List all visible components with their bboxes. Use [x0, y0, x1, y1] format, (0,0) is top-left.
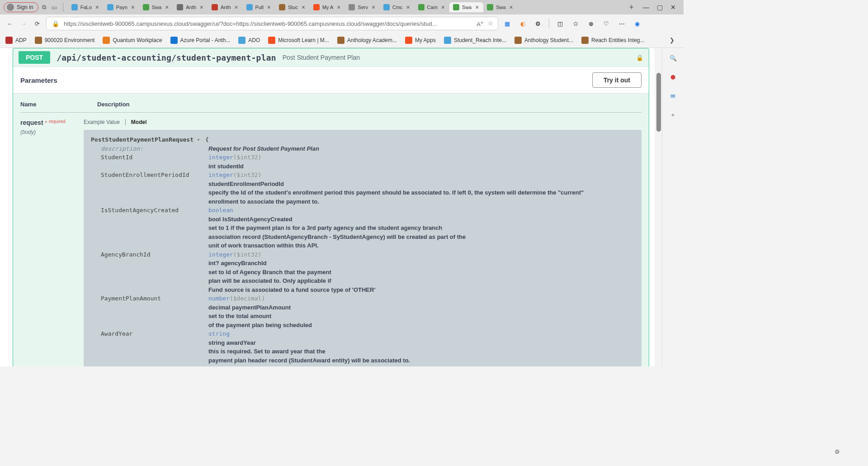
tab-example-value[interactable]: Example Value: [84, 119, 120, 125]
scrollbar-track[interactable]: [655, 48, 662, 366]
minimize-button[interactable]: —: [643, 4, 649, 10]
property-name: AgencyBranchId: [91, 250, 208, 295]
back-button[interactable]: ←: [5, 19, 14, 28]
bookmark-item[interactable]: Anthology Student...: [514, 37, 573, 44]
signin-button[interactable]: Sign in: [4, 2, 38, 12]
tab-favicon: [313, 4, 320, 10]
url-text: https://sisclientweb-900065.campusnexus.…: [64, 20, 473, 27]
browser-tab[interactable]: Anth ×: [208, 2, 243, 12]
bookmark-label: ADO: [248, 37, 260, 43]
tab-close-button[interactable]: ×: [130, 5, 136, 10]
tab-close-button[interactable]: ×: [94, 5, 100, 10]
browser-tab[interactable]: Anth ×: [173, 2, 208, 12]
property-name: FirstPaymentDate: [91, 365, 208, 366]
new-tab-button[interactable]: +: [625, 3, 637, 12]
bookmark-label: My Apps: [415, 37, 436, 43]
split-screen-icon[interactable]: ◫: [556, 19, 565, 28]
shopping-icon[interactable]: ⬢: [668, 71, 679, 82]
browser-tab[interactable]: My A ×: [310, 2, 345, 12]
operation-summary-text: Post Student Payment Plan: [283, 54, 360, 61]
tab-close-button[interactable]: ×: [474, 5, 480, 10]
bookmark-item[interactable]: ADO: [238, 37, 260, 44]
property-name: PaymentPlanAmount: [91, 294, 208, 329]
tab-label: Anth: [221, 5, 231, 10]
tab-close-button[interactable]: ×: [336, 5, 341, 10]
bookmark-favicon: [444, 37, 451, 44]
workspaces-icon[interactable]: ⧉: [40, 3, 48, 11]
bookmark-item[interactable]: My Apps: [405, 37, 436, 44]
ext-grid-icon[interactable]: ▦: [503, 19, 512, 28]
bookmark-favicon: [268, 37, 275, 44]
tab-favicon: [107, 4, 113, 10]
bookmark-item[interactable]: Student_Reach Inte...: [444, 37, 506, 44]
bookmarks-overflow-button[interactable]: ❯: [666, 37, 678, 43]
tab-close-button[interactable]: ×: [266, 5, 272, 10]
try-it-out-button[interactable]: Try it out: [592, 72, 642, 88]
tab-close-button[interactable]: ×: [509, 5, 514, 10]
search-icon[interactable]: 🔍: [668, 52, 679, 63]
tab-label: Swa: [462, 5, 472, 10]
address-input[interactable]: 🔒 https://sisclientweb-900065.campusnexu…: [46, 17, 498, 30]
maximize-button[interactable]: ▢: [656, 4, 663, 10]
tab-close-button[interactable]: ×: [301, 5, 306, 10]
favorite-icon[interactable]: ☆: [488, 20, 493, 27]
outlook-icon[interactable]: ✉: [668, 90, 679, 101]
tab-close-button[interactable]: ×: [234, 5, 239, 10]
add-tool-icon[interactable]: ＋: [668, 109, 679, 120]
browser-tab[interactable]: Cam ×: [415, 2, 449, 12]
tab-label: Serv: [358, 5, 368, 10]
close-window-button[interactable]: ✕: [670, 4, 676, 10]
divider: [549, 19, 549, 28]
tab-favicon: [177, 4, 183, 10]
performance-icon[interactable]: ♡: [602, 19, 611, 28]
bookmark-item[interactable]: Microsoft Learn | M...: [268, 37, 329, 44]
browser-tab[interactable]: Pull ×: [243, 2, 275, 12]
browser-tab[interactable]: Swa ×: [449, 2, 483, 12]
tab-model[interactable]: Model: [131, 119, 147, 125]
browser-tab[interactable]: Serv ×: [345, 2, 380, 12]
bookmark-item[interactable]: 900020 Environment: [35, 37, 95, 44]
property-name: IsStudentAgencyCreated: [91, 206, 208, 250]
bookmark-item[interactable]: Anthology Academ...: [337, 37, 397, 44]
model-tabs: Example Value Model: [84, 119, 642, 125]
property-format: ($date): [230, 366, 255, 366]
col-name-header: Name: [20, 101, 61, 108]
bookmark-item[interactable]: ADP: [5, 37, 27, 44]
property-type: integer: [208, 154, 233, 161]
favorites-icon[interactable]: ✩: [571, 19, 580, 28]
more-icon[interactable]: ⋯: [617, 19, 626, 28]
bookmark-item[interactable]: Reach Entities Integ...: [581, 37, 644, 44]
parameter-description-cell: Example Value Model PostStudentPaymentPl…: [84, 119, 642, 366]
tab-close-button[interactable]: ×: [199, 5, 204, 10]
collections-icon[interactable]: ⊕: [586, 19, 595, 28]
bookmark-item[interactable]: Azure Portal - Anth...: [170, 37, 231, 44]
browser-tab[interactable]: Swa ×: [139, 2, 173, 12]
browser-tab[interactable]: FaLo ×: [68, 2, 104, 12]
browser-tab[interactable]: Payn ×: [104, 2, 139, 12]
model-box: PostStudentPaymentPlanRequest ▾ { descri…: [84, 130, 642, 366]
refresh-button[interactable]: ⟳: [33, 19, 42, 28]
auth-lock-icon[interactable]: 🔒: [636, 54, 643, 61]
browser-tab[interactable]: Stuc ×: [275, 2, 310, 12]
read-aloud-icon[interactable]: A»: [476, 19, 483, 28]
extensions-icon[interactable]: ⚙: [533, 19, 542, 28]
tab-close-button[interactable]: ×: [406, 5, 411, 10]
col-desc-header: Description: [97, 101, 130, 108]
bookmark-item[interactable]: Quantum Workplace: [103, 37, 162, 44]
ext-orange-icon[interactable]: ◐: [518, 19, 527, 28]
tab-actions-icon[interactable]: ▭: [50, 3, 58, 11]
tab-close-button[interactable]: ×: [371, 5, 376, 10]
browser-titlebar: Sign in ⧉ ▭ FaLo × Payn × Swa × Anth × A…: [0, 0, 684, 14]
browser-tab[interactable]: Swa ×: [483, 2, 517, 12]
scrollbar-thumb[interactable]: [656, 73, 661, 132]
tab-close-button[interactable]: ×: [164, 5, 170, 10]
tab-close-button[interactable]: ×: [440, 5, 446, 10]
model-title-row[interactable]: PostStudentPaymentPlanRequest ▾ {: [91, 135, 209, 144]
copilot-icon[interactable]: ◉: [632, 19, 642, 28]
property-desc-line: decimal paymentPlanAmount: [208, 303, 312, 312]
tab-favicon: [71, 4, 78, 10]
operation-summary-row[interactable]: POST /api/student-accounting/student-pay…: [13, 48, 649, 67]
window-controls: — ▢ ✕: [639, 4, 680, 10]
browser-tab[interactable]: Cmc ×: [380, 2, 415, 12]
model-property-row: StudentEnrollmentPeriodId integer($int32…: [91, 171, 634, 206]
